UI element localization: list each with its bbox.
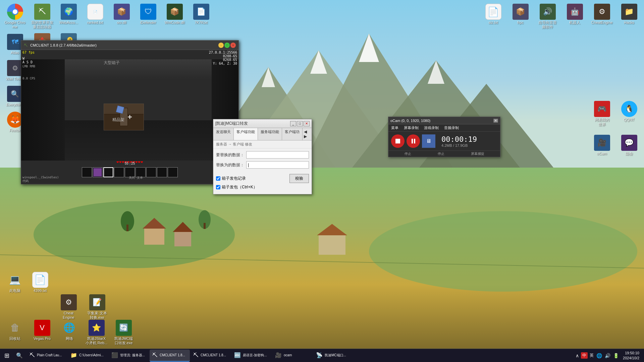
- dialog-tab-client-port[interactable]: 客户端功: [282, 128, 303, 140]
- icon-cheatengine-right[interactable]: ⚙ CheatEngine: [589, 2, 614, 31]
- icon-vegas-label: Vegas Pro: [34, 337, 51, 341]
- icon-ocam-right[interactable]: 🎥 oCam: [589, 133, 614, 157]
- dialog-action-btn[interactable]: 校验: [289, 174, 309, 183]
- icon-this-pc[interactable]: 💻 此电脑: [2, 270, 28, 294]
- field1-label: 要替换的数据：: [216, 152, 246, 158]
- mc-close-btn[interactable]: ×: [230, 43, 236, 48]
- systray-battery-icon[interactable]: 🔋: [612, 352, 620, 359]
- checkbox-row-2: 箱子发包（Ctrl+K）: [216, 184, 309, 190]
- dialog-tab-server-func[interactable]: 服务端功能: [258, 128, 282, 140]
- icon-qqnt-label: QQNT: [624, 118, 635, 122]
- dialog-tabs: 发送聊天 客户端功能 服务端功能 客户端功 ◀ ▶: [213, 128, 312, 140]
- icon-cheatengine-label: CheatEngine: [63, 311, 74, 320]
- taskbar-kaidi[interactable]: 📡 凯迪MC端口...: [313, 350, 354, 362]
- icon-mc-transfer[interactable]: 🔄 凯迪JMC端口转发.exe: [111, 318, 136, 347]
- icon-firefox-label: Firefox: [9, 128, 21, 133]
- taskbar-plain-craft[interactable]: ⛏ Plain Craft Lau...: [27, 350, 67, 362]
- dialog-section-label: 服务器 → 客户端 修改: [213, 140, 312, 148]
- svg-rect-15: [174, 231, 191, 246]
- ocam-stop-btn1[interactable]: [391, 134, 405, 148]
- dialog-maximize-btn[interactable]: □: [297, 121, 303, 126]
- ocam-close-btn[interactable]: ✕: [493, 119, 498, 123]
- svg-rect-13: [144, 228, 164, 245]
- mc-game-content[interactable]: 大型箱子 精品架 67 fps 27.0.0.1:25566 0208-65 0…: [21, 50, 238, 184]
- taskbar-kaidi-icon: 📡: [316, 352, 323, 358]
- taskbar-ocam-item[interactable]: 🎥 ocam: [272, 350, 313, 362]
- icon-recycle-bin[interactable]: 🗑 回收站: [2, 318, 28, 347]
- icon-qqnt[interactable]: 🐧 QQNT: [616, 100, 642, 128]
- ocam-menu-audio[interactable]: 音频录制: [441, 124, 462, 131]
- mc-maximize-btn[interactable]: □: [224, 43, 230, 48]
- taskbar-cmclient1[interactable]: ⛏ CMCLIENT 1.8...: [150, 350, 190, 362]
- icon-siz-txt[interactable]: 📄 siz.txt: [481, 2, 506, 31]
- icon-frpc[interactable]: 📦 frpc: [508, 2, 533, 31]
- ocam-stop-label1[interactable]: 停止: [405, 152, 411, 156]
- icon-ranked-txt[interactable]: 📄 ranked.txt: [83, 2, 108, 31]
- icon-google-chrome-label: Google Chrome: [4, 20, 26, 29]
- mc-titlebar[interactable]: ⛏ CMCLIENT 1.8.8 (2.7.4/6fbb2a6/master) …: [21, 41, 238, 50]
- icon-jiqiren[interactable]: 🤖 机器人: [562, 2, 587, 31]
- ocam-menu-screen[interactable]: 屏幕录制: [401, 124, 421, 131]
- ocam-screenshot-btn[interactable]: 🖥: [422, 134, 435, 148]
- ocam-stop-btn2[interactable]: [407, 134, 420, 148]
- taskbar-server-console[interactable]: ⬛ 管理员: 服务器...: [109, 350, 149, 362]
- icon-network[interactable]: 🌐 网络: [57, 318, 82, 347]
- systray-ime-zh[interactable]: 中: [581, 352, 588, 359]
- start-button[interactable]: ⊞: [0, 349, 13, 362]
- icon-starx-label: 凯迪JStarX小矛机 Reb...: [86, 337, 107, 345]
- ocam-menu: 菜单 屏幕录制 游戏录制 音频录制: [388, 124, 500, 132]
- icon-163music-label: 网易我的世界: [595, 118, 609, 126]
- ocam-window[interactable]: oCam (0, 0, 1920, 1080) ✕ 菜单 屏幕录制 游戏录制 音…: [388, 117, 500, 157]
- field1-input[interactable]: [246, 151, 309, 159]
- transfer-dialog[interactable]: [凯迪]MC端口转发 _ □ ✕ 发送聊天 客户端功能 服务端功能 客户端功 ◀…: [213, 119, 312, 194]
- dialog-titlebar[interactable]: [凯迪]MC端口转发 _ □ ✕: [213, 119, 312, 128]
- taskbar-explorer-label: C:\Users\Admi...: [79, 353, 104, 357]
- systray-audio-icon[interactable]: 🔊: [604, 352, 611, 359]
- dialog-tab-client-func[interactable]: 客户端功能: [234, 128, 258, 140]
- icon-vegas-pro[interactable]: V Vegas Pro: [30, 318, 55, 347]
- icon-4399-txt[interactable]: 📄 4399.txt: [28, 270, 53, 294]
- mc-window-controls: - □ ×: [218, 43, 236, 48]
- icon-mc-launcher[interactable]: ⛏ 我的世界开发重启启动器: [30, 2, 55, 31]
- ocam-stop-label2[interactable]: 停止: [438, 152, 444, 156]
- taskbar-mc2-icon: ⛏: [193, 352, 199, 358]
- taskbar-cmclient2[interactable]: ⛏ CMCLIENT 1.8...: [191, 350, 231, 362]
- dialog-tab-send-chat[interactable]: 发送聊天: [213, 128, 234, 140]
- icon-hacks[interactable]: 📁 Hacks: [616, 2, 642, 31]
- icon-hacks-label: Hacks: [624, 20, 634, 25]
- icon-mc-transfer-label: 凯迪JMC端口转发.exe: [114, 337, 133, 345]
- icon-zijitxt[interactable]: 📝 字集束·文本转换.exe: [85, 293, 110, 321]
- ocam-menu-main[interactable]: 菜单: [388, 124, 401, 131]
- icon-wmcode[interactable]: 📦 WmCode.dll: [162, 2, 187, 31]
- field2-input[interactable]: [246, 161, 309, 169]
- icon-zijitxt-label: 字集束·文本转换.exe: [87, 311, 107, 320]
- icon-163music[interactable]: 🎮 网易我的世界: [589, 100, 614, 128]
- systray-clock[interactable]: 19:50:10 2024/10/2: [621, 351, 641, 360]
- icon-zidong[interactable]: 🔊 自导向言音频软件: [535, 2, 560, 31]
- icon-cheat-engine[interactable]: ⚙ CheatEngine: [56, 293, 81, 321]
- checkbox1[interactable]: [216, 176, 220, 181]
- icon-ocr-dll[interactable]: 📦 ocr.dll: [109, 2, 134, 31]
- icon-webaccount[interactable]: 🌍 WebAcco...: [56, 2, 81, 31]
- systray-network-icon[interactable]: 🌐: [596, 352, 603, 359]
- dialog-minimize-btn[interactable]: _: [290, 121, 296, 126]
- dialog-tab-more[interactable]: ◀ ▶: [303, 128, 312, 140]
- systray-show-hidden[interactable]: ∧: [575, 352, 580, 359]
- icon-starx[interactable]: ⭐ 凯迪JStarX小矛机 Reb...: [84, 318, 109, 347]
- taskbar-explorer[interactable]: 📁 C:\Users\Admi...: [68, 350, 108, 362]
- mc-minimize-btn[interactable]: -: [218, 43, 224, 48]
- icon-yinhui[interactable]: 💬 隐会: [616, 133, 642, 157]
- systray-keyboard-en[interactable]: 英: [589, 352, 594, 359]
- icon-idefender[interactable]: 🛡 iDefender: [136, 2, 161, 31]
- mc-window[interactable]: ⛏ CMCLIENT 1.8.8 (2.7.4/6fbb2a6/master) …: [21, 40, 239, 184]
- taskbar-search-btn[interactable]: 🔍: [13, 350, 25, 362]
- checkbox2[interactable]: [216, 185, 220, 189]
- dialog-close-btn[interactable]: ✕: [304, 121, 310, 126]
- icon-google-chrome[interactable]: Google Chrome: [2, 2, 28, 31]
- ocam-titlebar[interactable]: oCam (0, 0, 1920, 1080) ✕: [388, 117, 500, 124]
- ocam-menu-game[interactable]: 游戏录制: [421, 124, 441, 131]
- taskbar-yiyuyan[interactable]: 🔤 易语言-加密狗...: [231, 350, 272, 362]
- icon-7k7k[interactable]: 📄 7K7Ktxt: [189, 2, 214, 31]
- ocam-stop-icon: [395, 139, 400, 143]
- ocam-screenshot-label[interactable]: 屏幕捕捉: [471, 152, 484, 156]
